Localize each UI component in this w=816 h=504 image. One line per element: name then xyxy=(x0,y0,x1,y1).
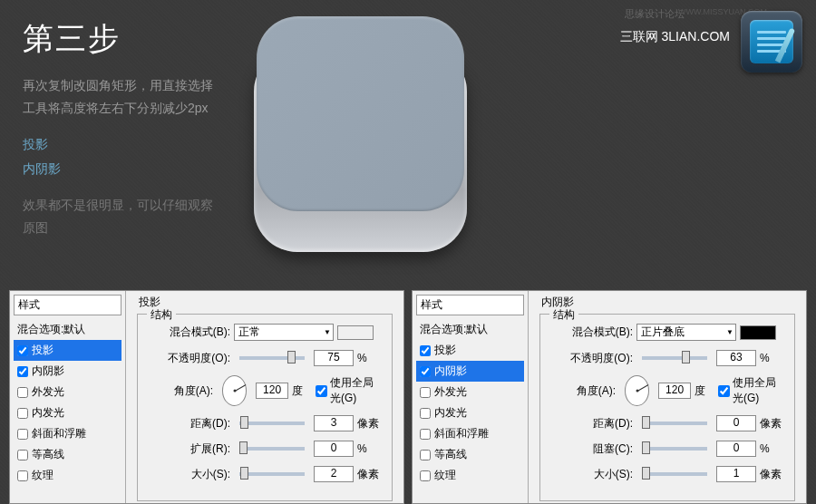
angle-input[interactable]: 120 xyxy=(256,383,287,399)
style-item[interactable]: 斜面和浮雕 xyxy=(416,423,524,444)
style-label: 混合选项:默认 xyxy=(17,322,85,337)
color-swatch[interactable] xyxy=(337,325,374,340)
style-label: 投影 xyxy=(434,343,456,358)
choke-label: 阻塞(C): xyxy=(549,441,633,457)
style-item[interactable]: 外发光 xyxy=(14,382,121,402)
blend-mode-label: 混合模式(B): xyxy=(147,325,230,340)
style-item[interactable]: 混合选项:默认 xyxy=(416,319,524,340)
spread-slider[interactable] xyxy=(239,447,305,451)
blend-mode-label: 混合模式(B): xyxy=(549,325,633,340)
blend-mode-select[interactable]: 正常▼ xyxy=(234,324,334,341)
distance-input[interactable]: 0 xyxy=(716,415,756,431)
brand-text: 三联网 3LIAN.COM xyxy=(620,29,730,45)
distance-slider[interactable] xyxy=(642,422,707,425)
style-checkbox[interactable] xyxy=(420,408,431,419)
style-checkbox[interactable] xyxy=(17,345,28,356)
distance-label: 距离(D): xyxy=(549,416,633,431)
opacity-label: 不透明度(O): xyxy=(549,351,633,366)
opacity-input[interactable]: 75 xyxy=(314,350,354,366)
choke-slider[interactable] xyxy=(642,447,707,451)
layer-style-panel-drop-shadow: 样式 混合选项:默认投影内阴影外发光内发光斜面和浮雕等高线纹理 投影 结构 混合… xyxy=(9,290,404,504)
style-item[interactable]: 纹理 xyxy=(14,465,121,486)
global-light-checkbox[interactable]: 使用全局光(G) xyxy=(718,375,785,406)
style-checkbox[interactable] xyxy=(420,450,431,460)
angle-dial[interactable] xyxy=(625,375,649,406)
style-item[interactable]: 内发光 xyxy=(416,402,524,423)
style-item[interactable]: 内阴影 xyxy=(416,361,524,382)
opacity-input[interactable]: 63 xyxy=(716,350,756,366)
style-checkbox[interactable] xyxy=(420,387,431,398)
watermark-forum: 思缘设计论坛 xyxy=(625,7,685,21)
style-label: 投影 xyxy=(32,343,53,358)
angle-input[interactable]: 120 xyxy=(658,383,690,399)
styles-list: 样式 混合选项:默认投影内阴影外发光内发光斜面和浮雕等高线纹理 xyxy=(413,291,529,503)
step-description: 再次复制改圆角矩形，用直接选择工具将高度将左右下分别减少2px xyxy=(23,74,213,120)
blend-mode-select[interactable]: 正片叠底▼ xyxy=(636,324,736,341)
styles-header: 样式 xyxy=(14,295,121,315)
style-checkbox[interactable] xyxy=(17,366,28,377)
chevron-down-icon: ▼ xyxy=(324,328,331,336)
size-slider[interactable] xyxy=(239,472,305,476)
opacity-slider[interactable] xyxy=(239,356,305,360)
style-checkbox[interactable] xyxy=(17,450,28,460)
style-item[interactable]: 外发光 xyxy=(416,382,524,402)
distance-slider[interactable] xyxy=(239,422,305,425)
style-label: 内发光 xyxy=(32,405,64,421)
style-checkbox[interactable] xyxy=(17,408,28,419)
style-item[interactable]: 纹理 xyxy=(416,465,524,486)
style-label: 纹理 xyxy=(32,468,53,483)
opacity-label: 不透明度(O): xyxy=(147,351,230,366)
size-input[interactable]: 1 xyxy=(716,466,756,482)
chevron-down-icon: ▼ xyxy=(726,328,733,336)
distance-label: 距离(D): xyxy=(147,416,230,431)
styles-list: 样式 混合选项:默认投影内阴影外发光内发光斜面和浮雕等高线纹理 xyxy=(10,291,126,503)
style-label: 斜面和浮雕 xyxy=(32,426,86,441)
style-checkbox[interactable] xyxy=(17,470,28,481)
size-slider[interactable] xyxy=(642,472,707,476)
angle-label: 角度(A): xyxy=(549,383,616,399)
style-item[interactable]: 投影 xyxy=(14,340,121,361)
style-label: 等高线 xyxy=(32,447,64,462)
spread-label: 扩展(R): xyxy=(147,441,230,457)
style-label: 混合选项:默认 xyxy=(420,322,488,337)
style-item[interactable]: 内发光 xyxy=(14,402,121,423)
color-swatch[interactable] xyxy=(740,325,776,340)
size-input[interactable]: 2 xyxy=(314,466,354,482)
size-label: 大小(S): xyxy=(147,467,230,482)
size-label: 大小(S): xyxy=(549,467,633,482)
style-checkbox[interactable] xyxy=(420,470,431,481)
style-item[interactable]: 等高线 xyxy=(416,444,524,465)
angle-dial[interactable] xyxy=(222,375,247,406)
tutorial-section: 思缘设计论坛 WWW.MISSYUAN.COM 三联网 3LIAN.COM 第三… xyxy=(0,0,816,286)
app-icon xyxy=(741,11,802,73)
global-light-checkbox[interactable]: 使用全局光(G) xyxy=(316,375,383,406)
spread-input[interactable]: 0 xyxy=(314,441,354,457)
style-label: 外发光 xyxy=(32,384,64,400)
style-item[interactable]: 等高线 xyxy=(14,444,121,465)
style-label: 斜面和浮雕 xyxy=(434,426,489,441)
step-note: 效果都不是很明显，可以仔细观察原图 xyxy=(23,194,222,239)
structure-legend: 结构 xyxy=(147,307,176,323)
style-item[interactable]: 投影 xyxy=(416,340,524,361)
styles-header: 样式 xyxy=(416,295,524,315)
style-checkbox[interactable] xyxy=(17,387,28,398)
style-label: 纹理 xyxy=(434,468,456,483)
style-checkbox[interactable] xyxy=(17,429,28,440)
style-label: 内阴影 xyxy=(434,363,467,379)
style-item[interactable]: 斜面和浮雕 xyxy=(14,423,121,444)
style-label: 内阴影 xyxy=(32,363,64,379)
style-item[interactable]: 混合选项:默认 xyxy=(14,319,121,340)
style-checkbox[interactable] xyxy=(420,429,431,440)
style-item[interactable]: 内阴影 xyxy=(14,361,121,382)
style-label: 外发光 xyxy=(434,384,467,400)
layer-style-panel-inner-shadow: 样式 混合选项:默认投影内阴影外发光内发光斜面和浮雕等高线纹理 内阴影 结构 混… xyxy=(412,290,807,504)
distance-input[interactable]: 3 xyxy=(314,415,354,431)
style-label: 内发光 xyxy=(434,405,467,421)
style-checkbox[interactable] xyxy=(420,366,431,377)
style-checkbox[interactable] xyxy=(420,345,431,356)
icon-preview xyxy=(254,16,467,252)
style-label: 等高线 xyxy=(434,447,467,462)
angle-label: 角度(A): xyxy=(147,383,213,399)
choke-input[interactable]: 0 xyxy=(716,441,756,457)
opacity-slider[interactable] xyxy=(642,356,707,360)
